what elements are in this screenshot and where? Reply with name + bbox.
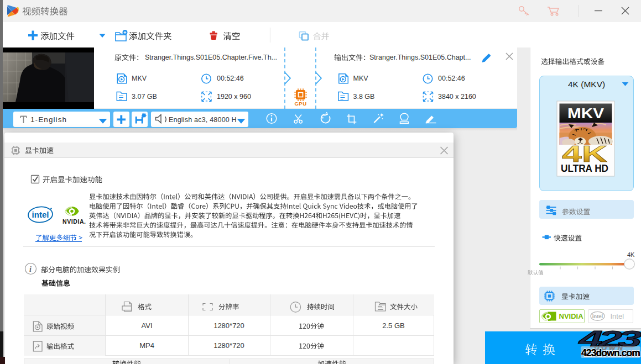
svg-text:intel: intel [592, 313, 603, 319]
svg-text:GPU: GPU [294, 101, 306, 107]
svg-text:ULTRA HD: ULTRA HD [561, 162, 608, 174]
svg-text:intel: intel [32, 210, 49, 219]
svg-text:i: i [29, 265, 32, 273]
svg-text:NVIDIA.: NVIDIA. [62, 218, 86, 225]
svg-text:MKV: MKV [567, 105, 604, 121]
